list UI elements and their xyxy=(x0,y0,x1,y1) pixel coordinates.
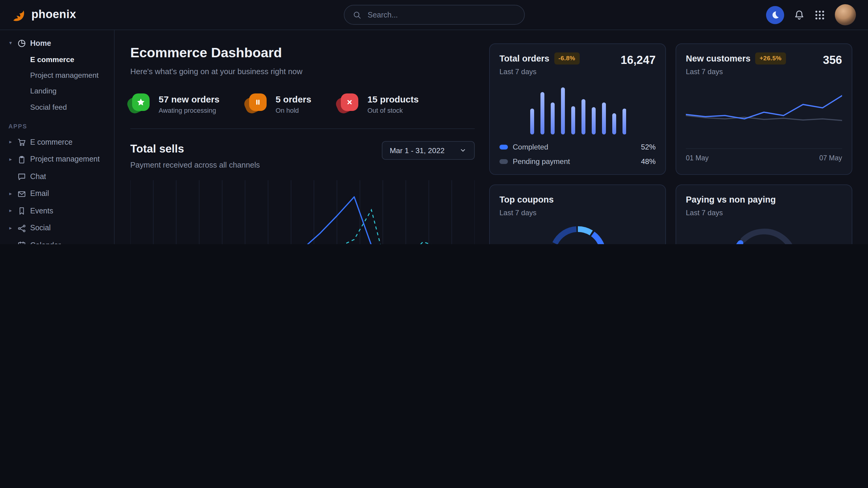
sidebar-item-social[interactable]: ▸Social xyxy=(0,220,114,237)
donut-center-value: 72% xyxy=(546,223,609,244)
search-icon xyxy=(352,10,361,19)
layout: ▾HomeE commerceProject managementLanding… xyxy=(0,30,868,244)
sidebar: ▾HomeE commerceProject managementLanding… xyxy=(0,30,115,244)
bell-icon xyxy=(794,9,805,20)
total-sells-chart: 01 May 15 May 30 May xyxy=(130,178,475,244)
sidebar-subitem-social-feed[interactable]: Social feed xyxy=(0,99,114,115)
customers-line-chart xyxy=(686,82,842,145)
card-title: New customers xyxy=(686,53,750,65)
sidebar-item-e-commerce[interactable]: ▸E commerce xyxy=(0,134,114,151)
bookmark-icon xyxy=(18,207,26,216)
sidebar-subitem-project-management[interactable]: Project management xyxy=(0,68,114,84)
sidebar-item-label: E commerce xyxy=(30,137,72,148)
caret-right-icon: ▸ xyxy=(8,191,13,198)
sidebar-subitem-landing[interactable]: Landing xyxy=(0,84,114,99)
calendar-icon xyxy=(18,241,26,244)
chevron-down-icon xyxy=(459,147,467,154)
chevron-down-icon xyxy=(459,147,467,154)
notifications-button[interactable] xyxy=(794,9,805,20)
dashboard-left-column: Ecommerce Dashboard Here's what's going … xyxy=(130,43,475,244)
sidebar-nav: ▾HomeE commerceProject managementLanding… xyxy=(0,35,114,244)
date-range-select[interactable]: Mar 1 - 31, 2022 xyxy=(382,141,475,160)
main-content: Ecommerce Dashboard Here's what's going … xyxy=(115,30,868,244)
stat-on-hold: 5 ordersOn hold xyxy=(247,93,311,115)
caret-down-icon: ▾ xyxy=(8,40,13,47)
cart-icon xyxy=(18,138,26,147)
brand-name: phoenix xyxy=(31,7,76,23)
card-period: Last 7 days xyxy=(686,208,776,219)
sidebar-item-project-management[interactable]: ▸Project management xyxy=(0,151,114,168)
sidebar-section-label: APPS xyxy=(8,123,114,131)
app-launcher-button[interactable] xyxy=(814,9,825,20)
moon-icon xyxy=(771,10,780,19)
topbar-actions xyxy=(766,4,856,25)
sidebar-item-calendar[interactable]: Calendar xyxy=(0,237,114,244)
mail-icon xyxy=(18,190,26,198)
page-title: Ecommerce Dashboard xyxy=(130,43,475,62)
pause-icon xyxy=(253,98,262,107)
stat-value: 5 orders xyxy=(276,93,311,105)
sidebar-item-home[interactable]: ▾Home xyxy=(0,35,114,52)
sidebar-item-label: Home xyxy=(30,38,51,49)
theme-toggle-button[interactable] xyxy=(766,6,784,24)
x-icon xyxy=(345,98,354,107)
stat-awating-processing: 57 new ordersAwating processing xyxy=(130,93,220,115)
user-avatar[interactable] xyxy=(835,4,856,25)
legend-label: Completed xyxy=(513,142,636,152)
paying-vs-nonpaying-card: Paying vs non paying Last 7 days Paying … xyxy=(676,185,852,244)
coupons-donut-chart: 72% xyxy=(546,223,609,244)
change-badge: -6.8% xyxy=(554,53,579,65)
stat-out-of-stock: 15 productsOut of stock xyxy=(339,93,418,115)
sidebar-item-chat[interactable]: Chat xyxy=(0,168,114,185)
card-title: Paying vs non paying xyxy=(686,194,776,206)
stat-label: On hold xyxy=(276,106,311,115)
sidebar-subitem-e-commerce[interactable]: E commerce xyxy=(0,52,114,68)
legend-item-completed: Completed52% xyxy=(499,140,656,154)
divider xyxy=(130,128,475,129)
new-customers-value: 356 xyxy=(823,53,842,68)
date-range-value: Mar 1 - 31, 2022 xyxy=(390,146,444,155)
sidebar-item-events[interactable]: ▸Events xyxy=(0,202,114,220)
caret-right-icon: ▸ xyxy=(8,156,13,163)
clipboard-icon xyxy=(18,156,26,164)
total-sells-title: Total sells xyxy=(130,141,260,157)
sidebar-item-label: Project management xyxy=(30,154,100,165)
brand[interactable]: phoenix xyxy=(11,7,76,23)
total-sells-subtitle: Payment received across all channels xyxy=(130,160,260,171)
sidebar-item-label: Chat xyxy=(30,171,46,182)
sidebar-item-email[interactable]: ▸Email xyxy=(0,185,114,202)
x-tick: 07 May xyxy=(819,153,842,163)
card-period: Last 7 days xyxy=(499,67,579,77)
stat-blob-icon xyxy=(247,94,268,114)
pause-icon xyxy=(249,94,267,111)
stat-value: 57 new orders xyxy=(159,93,220,105)
star-solid-icon xyxy=(136,98,145,107)
sidebar-item-label: Events xyxy=(30,206,53,217)
legend-swatch xyxy=(499,145,508,150)
share-icon xyxy=(18,224,26,233)
chat-icon xyxy=(18,173,26,181)
new-customers-card: New customers +26.5% Last 7 days 356 01 xyxy=(676,43,852,175)
card-period: Last 7 days xyxy=(686,67,786,77)
legend-label: Pending payment xyxy=(513,157,636,167)
caret-right-icon: ▸ xyxy=(8,139,13,146)
star-solid-icon xyxy=(132,94,150,111)
search-icon xyxy=(352,10,361,19)
card-title: Top coupons xyxy=(499,194,554,206)
caret-right-icon: ▸ xyxy=(8,208,13,215)
top-coupons-card: Top coupons Last 7 days 72% Percentage d… xyxy=(489,185,666,244)
paying-gauge-chart xyxy=(686,222,842,244)
x-axis-labels: 01 May 07 May xyxy=(686,148,842,163)
order-stats: 57 new ordersAwating processing5 ordersO… xyxy=(130,93,475,115)
sidebar-item-label: Calendar xyxy=(30,240,61,244)
topbar-search[interactable] xyxy=(343,5,525,25)
x-icon xyxy=(341,94,358,111)
orders-bar-chart xyxy=(499,77,656,139)
caret-right-icon: ▸ xyxy=(8,225,13,232)
sidebar-item-label: Social xyxy=(30,223,51,234)
x-tick: 01 May xyxy=(686,153,709,163)
change-badge: +26.5% xyxy=(755,53,786,65)
global-search-input[interactable] xyxy=(367,10,516,20)
card-title: Total orders xyxy=(499,53,549,65)
legend-item-pending-payment: Pending payment48% xyxy=(499,154,656,169)
